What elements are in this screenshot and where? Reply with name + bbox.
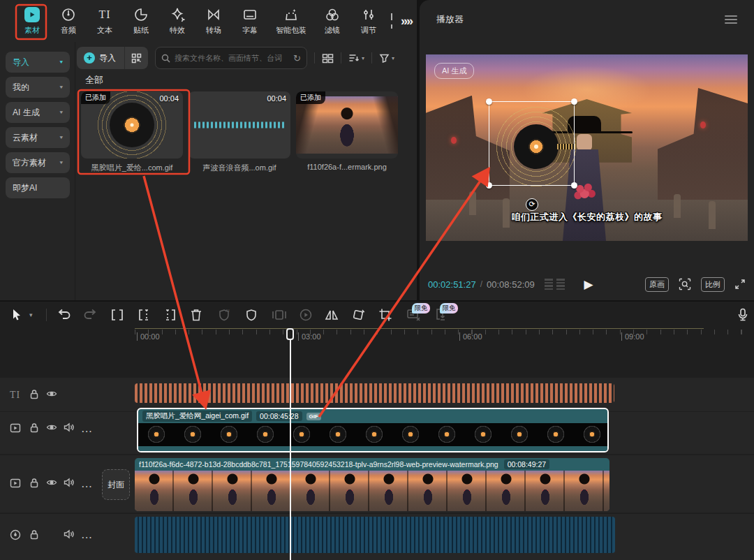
tab-effects[interactable]: 特效 [159,6,195,36]
more-options-icon[interactable]: ⋯ [81,480,93,493]
eye-visibility-icon[interactable] [46,390,57,398]
fullscreen-icon[interactable] [734,279,746,290]
svg-text:AI: AI [226,309,230,313]
play-button[interactable]: ▶ [584,277,593,292]
split-keep-left-icon[interactable] [137,309,151,321]
ruler-ticks [135,330,754,334]
material-play-icon [24,6,40,23]
sidebar-item-ai-generate[interactable]: AI 生成 ▾ [6,102,70,123]
speaker-icon[interactable] [64,422,74,432]
tab-audio[interactable]: 音频 [50,6,87,36]
smart-remove-subtitles-icon[interactable]: 限免 [406,308,422,322]
sidebar-item-cloud-material[interactable]: 云素材 ▾ [6,127,70,148]
text-segments-clip[interactable] [135,383,614,403]
selection-handle-bottom-left[interactable] [486,182,492,189]
added-badge: 已添加 [296,91,325,104]
tab-partial-clipped[interactable] [387,13,397,29]
tab-adjust[interactable]: 调节 [350,6,387,36]
sidebar-item-official-material[interactable]: 官方素材 ▾ [6,152,70,173]
refresh-icon[interactable]: ↻ [293,53,301,64]
tab-transitions[interactable]: 转场 [195,6,232,36]
mute-clip-ai-icon[interactable]: AI [217,308,231,322]
selection-handle-top-right[interactable] [571,98,577,105]
effects-star-icon [169,6,186,23]
filter-button[interactable]: ▾ [379,53,394,63]
microphone-icon[interactable] [737,308,748,322]
delete-icon[interactable] [190,309,202,322]
speaker-icon[interactable] [64,529,74,539]
eye-visibility-icon[interactable] [46,423,57,432]
speaker-icon[interactable] [64,478,74,487]
split-keep-right-icon[interactable] [163,309,177,321]
tab-label: 智能包装 [276,25,306,36]
ruler-label: 03:00 [298,332,321,341]
audio-waveform-clip[interactable] [135,517,615,553]
mirror-flip-icon[interactable] [324,308,339,322]
lock-icon[interactable] [29,422,39,433]
rotate-handle-icon[interactable]: ⟳ [526,198,538,211]
lock-icon[interactable] [29,529,39,540]
import-button[interactable]: + 导入 [77,47,124,69]
divider [314,52,315,64]
image-thumbnail-scene [296,96,398,154]
grid-view-button[interactable] [322,53,334,64]
tab-sticker[interactable]: 贴纸 [123,6,159,36]
preview-zoom-icon[interactable] [679,278,691,290]
sidebar-item-jimeng-ai[interactable]: 即梦AI [6,177,70,198]
tab-label: 调节 [361,25,376,36]
image-clip-filmstrip [135,471,609,511]
player-header: 播放器 [420,0,754,39]
image-clip[interactable]: f110f26a-f6dc-4872-b13d-28bcddb8c781_175… [135,458,609,511]
tab-text[interactable]: TI 文本 [87,6,123,36]
selection-handle-top-left[interactable] [486,98,492,105]
preview-play-icon[interactable] [299,308,313,322]
split-icon[interactable] [110,309,124,321]
preview-viewport[interactable]: AI 生成 ⟳ 咱们正式进入《长安的荔枝》的故事 [426,54,748,241]
gif-clip-selected[interactable]: 黑胶唱片_爱给网_aigei_com.gif 00:08:45:28 GIF [137,408,609,452]
media-item-image-png[interactable]: 已添加 f110f26a-f...ermark.png [296,91,398,171]
gif-clip-duration: 00:08:45:28 [256,411,302,421]
tab-filters[interactable]: 滤镜 [314,6,350,36]
mute-clip-icon[interactable] [244,308,258,322]
sidebar-item-mine[interactable]: 我的 ▾ [6,77,70,98]
total-timecode: 00:08:52:09 [487,279,535,290]
media-item-vinyl-gif[interactable]: 已添加 00:04 黑胶唱片_爱给...com.gif [81,91,183,173]
cover-button[interactable]: 封面 [102,469,130,500]
sort-button[interactable]: ▾ [348,53,364,63]
lock-icon[interactable] [29,478,39,488]
more-options-icon[interactable]: ⋯ [81,531,93,544]
qr-transfer-button[interactable] [124,47,148,69]
tab-smart-package[interactable]: 智能包装 [268,6,314,36]
undo-icon[interactable] [57,309,71,321]
timeline-ruler[interactable]: 00:00 03:00 06:00 09:00 [0,328,754,346]
sidebar-item-import[interactable]: 导入 ▾ [6,52,70,73]
search-icon [161,54,170,63]
image-clip-header: f110f26a-f6dc-4872-b13d-28bcddb8c781_175… [135,458,609,471]
limited-free-badge: 限免 [412,303,430,314]
chevron-down-icon: ▾ [59,84,63,90]
more-options-icon[interactable]: ⋯ [81,425,93,438]
ruler-label: 09:00 [621,332,644,341]
sidebar-item-label: 官方素材 [13,157,59,169]
lock-icon[interactable] [29,389,39,399]
media-item-waveform-gif[interactable]: 00:04 声波音浪音频...om.gif [188,91,290,173]
extract-audio-icon[interactable]: 限免 [434,308,448,322]
tab-label: 文本 [97,25,112,36]
select-tool-chevron-icon[interactable]: ▾ [29,311,33,318]
eye-visibility-icon[interactable] [46,478,57,487]
timeline-toolbar: ▾ AI [0,302,754,328]
crop-icon[interactable] [378,308,392,322]
tab-material[interactable]: 素材 [14,6,50,36]
ratio-button[interactable]: 比例 [701,277,725,292]
original-quality-button[interactable]: 原画 [645,277,669,292]
search-input[interactable] [175,54,293,62]
redo-icon[interactable] [83,309,97,321]
rotate-icon[interactable] [351,308,365,322]
expand-tabs-chevrons-icon[interactable]: »» [401,14,412,29]
tab-captions[interactable]: 字幕 [232,6,268,36]
overlay-level-icon[interactable] [272,309,287,321]
player-menu-icon[interactable] [725,13,737,26]
selection-box[interactable] [489,101,575,186]
selection-handle-bottom-right[interactable] [571,182,577,189]
select-tool-icon[interactable] [10,308,24,322]
